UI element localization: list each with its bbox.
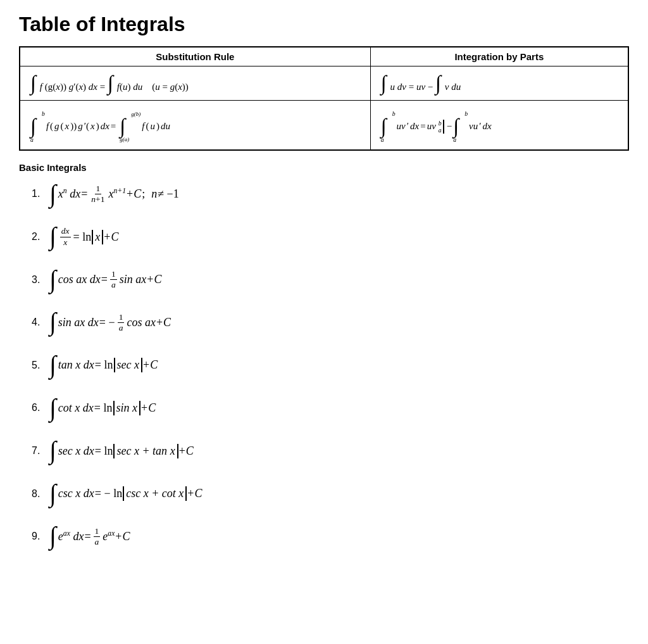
list-item: 5. ∫ tan x dx = ln sec x + C [32,353,629,378]
row1-col1: ∫ f (g(x)) g′(x) dx = ∫ f(u) du (u = g(x… [20,66,370,101]
table-row-2: b ∫ a f(g(x)) g′(x) dx = g(b) ∫ g(a) f(u… [20,101,628,150]
list-item: 1. ∫ xn dx = 1 n+1 xn+1 + C; n ≠ −1 [32,182,629,207]
list-item: 6. ∫ cot x dx = ln sin x + C [32,396,629,421]
list-item: 4. ∫ sin ax dx = − 1 a cos ax + C [32,310,629,335]
row1-col2: ∫ u dv = uv − ∫ v du [370,66,628,101]
list-item: 7. ∫ sec x dx = ln sec x + tan x + C [32,438,629,464]
list-item: 2. ∫ dx x = ln x + C [32,224,629,249]
list-item: 9. ∫ eax dx = 1 a eax + C [32,524,629,549]
col1-header: Substitution Rule [20,47,370,66]
row2-col1: b ∫ a f(g(x)) g′(x) dx = g(b) ∫ g(a) f(u… [20,101,370,150]
list-item: 8. ∫ csc x dx = − ln csc x + cot x + C [32,481,629,507]
row2-col2: b ∫ a uv′ dx = uv b a − b ∫ a v [370,101,628,150]
basic-integrals-label: Basic Integrals [19,162,629,173]
col2-header: Integration by Parts [370,47,628,66]
integrals-table: Substitution Rule Integration by Parts ∫… [19,46,629,151]
list-item: 3. ∫ cos ax dx = 1 a sin ax + C [32,267,629,293]
basic-integrals-list: 1. ∫ xn dx = 1 n+1 xn+1 + C; n ≠ −1 2. ∫… [19,182,629,549]
table-row-1: ∫ f (g(x)) g′(x) dx = ∫ f(u) du (u = g(x… [20,66,628,101]
page-title: Table of Integrals [19,13,629,36]
